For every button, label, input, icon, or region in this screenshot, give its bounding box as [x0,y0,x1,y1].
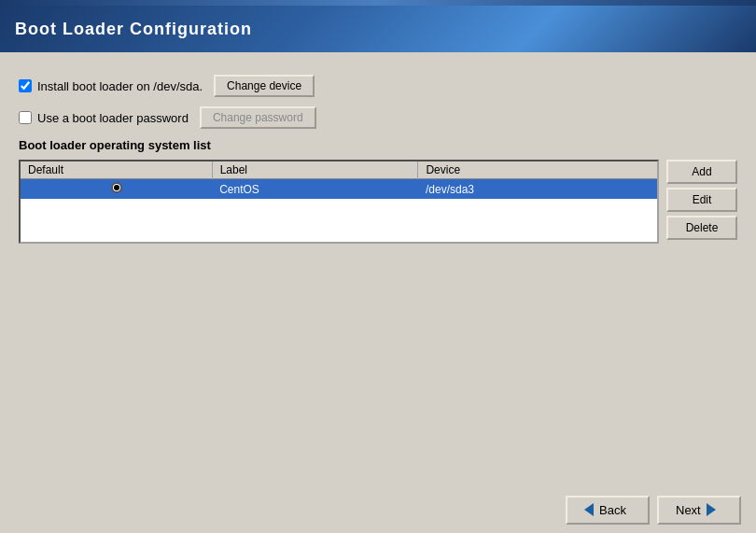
os-table: Default Label Device CentOS /dev/sda3 [21,161,657,199]
install-bootloader-label: Install boot loader on /dev/sda. [37,79,203,93]
edit-button[interactable]: Edit [666,188,737,212]
next-label: Next [676,503,701,517]
bottom-bar: Back Next [0,486,756,533]
use-password-row: Use a boot loader password Change passwo… [19,106,737,129]
install-bootloader-row: Install boot loader on /dev/sda. Change … [19,75,737,97]
use-password-checkbox[interactable] [19,111,32,124]
header-image: Boot Loader Configuration [0,6,756,52]
delete-button[interactable]: Delete [666,216,737,240]
default-radio-cell [21,179,212,200]
os-table-wrapper: Default Label Device CentOS /dev/sda3 [19,160,659,244]
radio-dot [111,182,122,193]
back-arrow-icon [584,503,594,516]
next-button[interactable]: Next [657,496,741,525]
change-password-button[interactable]: Change password [200,106,316,129]
side-buttons: Add Edit Delete [666,160,737,240]
main-content: Install boot loader on /dev/sda. Change … [0,67,756,251]
device-cell: /dev/sda3 [418,179,657,200]
col-device: Device [418,161,657,179]
install-bootloader-checkbox[interactable] [19,79,32,92]
back-label: Back [599,503,626,517]
add-button[interactable]: Add [666,160,737,184]
os-list-section: Default Label Device CentOS /dev/sda3 [19,160,737,244]
os-list-section-title: Boot loader operating system list [19,138,737,152]
next-arrow-icon [707,503,716,516]
change-device-button[interactable]: Change device [214,75,315,97]
back-button[interactable]: Back [566,496,650,525]
col-label: Label [212,161,418,179]
use-password-label: Use a boot loader password [37,111,189,125]
table-header-row: Default Label Device [21,161,657,179]
table-row[interactable]: CentOS /dev/sda3 [21,179,657,200]
label-cell: CentOS [212,179,418,200]
header-title: Boot Loader Configuration [15,20,252,39]
col-default: Default [21,161,212,179]
